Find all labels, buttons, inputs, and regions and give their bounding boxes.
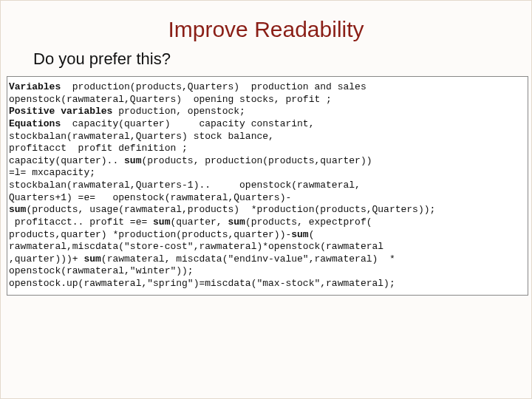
- keyword-variables: Variables: [9, 81, 61, 92]
- code-line: capacity(quarter).. sum(products, produc…: [9, 155, 372, 166]
- code-line: openstock.up(rawmateral,"spring")=miscda…: [9, 278, 395, 289]
- subtitle: Do you prefer this?: [33, 50, 509, 69]
- keyword-sum: sum: [83, 253, 100, 265]
- page-title: Improve Readability: [23, 17, 509, 42]
- code-line: stockbalan(rawmateral,Quarters-1).. open…: [9, 180, 361, 191]
- code-line: ,quarter)))+ sum(rawmateral, miscdata("e…: [9, 253, 395, 265]
- code-line: openstock(rawmateral,"winter"));: [9, 265, 194, 276]
- keyword-sum: sum: [291, 229, 308, 240]
- keyword-sum: sum: [153, 216, 170, 228]
- code-line: Equations capacity(quarter) capacity con…: [9, 118, 314, 129]
- code-line: =l= mxcapacity;: [9, 167, 95, 178]
- code-line: Positive variables production, openstock…: [9, 106, 245, 117]
- keyword-positive-variables: Positive variables: [9, 106, 112, 117]
- slide: Improve Readability Do you prefer this? …: [0, 0, 532, 399]
- code-line: products,quarter) *production(products,q…: [9, 229, 314, 240]
- keyword-equations: Equations: [9, 118, 61, 129]
- keyword-sum: sum: [124, 155, 141, 166]
- code-line: sum(products, usage(rawmateral,products)…: [9, 204, 435, 215]
- code-line: rawmateral,miscdata("store-cost",rawmate…: [9, 241, 383, 252]
- code-line: Quarters+1) =e= openstock(rawmateral,Qua…: [9, 192, 291, 203]
- keyword-sum: sum: [9, 204, 26, 215]
- code-line: stockbalan(rawmateral,Quarters) stock ba…: [9, 131, 274, 142]
- code-line: profitacct.. profit =e= sum(quarter, sum…: [9, 216, 372, 228]
- code-line: openstock(rawmateral,Quarters) opening s…: [9, 94, 332, 105]
- code-block: Variables production(products,Quarters) …: [7, 76, 528, 296]
- code-line: Variables production(products,Quarters) …: [9, 81, 366, 92]
- keyword-sum: sum: [228, 216, 245, 228]
- code-line: profitacct profit definition ;: [9, 143, 188, 154]
